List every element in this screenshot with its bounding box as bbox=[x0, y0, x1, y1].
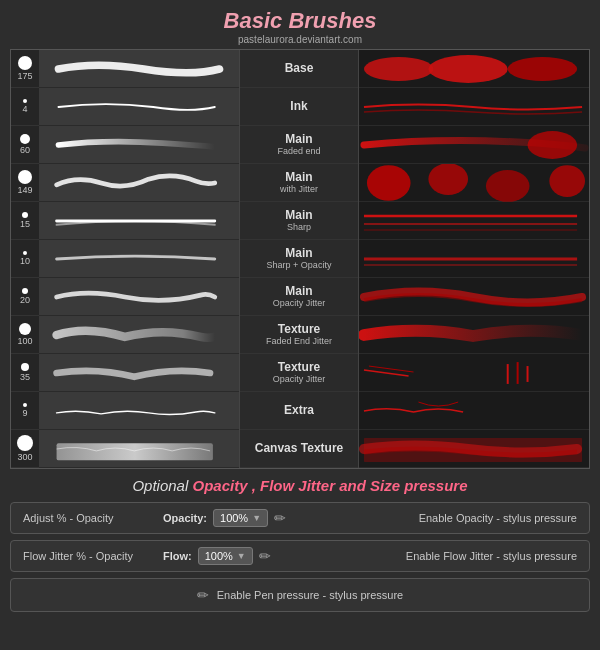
brush-preview-cell[interactable] bbox=[39, 278, 239, 316]
brush-label-cell[interactable]: Base bbox=[240, 50, 358, 88]
control-row-label: Flow Jitter % - Opacity bbox=[23, 550, 153, 562]
brush-example-cell bbox=[359, 430, 589, 468]
page: Basic Brushes pastelaurora.deviantart.co… bbox=[0, 0, 600, 650]
brush-example-cell bbox=[359, 392, 589, 430]
size-cell: 4 bbox=[11, 88, 39, 126]
svg-point-1 bbox=[364, 57, 433, 81]
brush-label-cell[interactable]: Mainwith Jitter bbox=[240, 164, 358, 202]
brush-example-cell bbox=[359, 240, 589, 278]
brush-example-cell bbox=[359, 316, 589, 354]
brush-table: 175 4 60 149 15 10 20 100 35 9 bbox=[10, 49, 590, 469]
size-cell: 149 bbox=[11, 164, 39, 202]
example-column bbox=[359, 50, 589, 468]
brush-label-cell[interactable]: MainFaded end bbox=[240, 126, 358, 164]
page-title: Basic Brushes bbox=[224, 8, 377, 34]
brush-preview-cell[interactable] bbox=[39, 392, 239, 430]
label-column: BaseInkMainFaded endMainwith JitterMainS… bbox=[239, 50, 359, 468]
preview-column bbox=[39, 50, 239, 468]
brush-preview-cell[interactable] bbox=[39, 50, 239, 88]
brush-example-cell bbox=[359, 164, 589, 202]
svg-point-7 bbox=[486, 170, 530, 202]
brush-example-cell bbox=[359, 50, 589, 88]
control-right-label: Enable Opacity - stylus pressure bbox=[419, 512, 577, 524]
brush-label-cell[interactable]: Canvas Texture bbox=[240, 430, 358, 468]
brush-example-cell bbox=[359, 126, 589, 164]
pen-row: ✏ Enable Pen pressure - stylus pressure bbox=[10, 578, 590, 612]
size-cell: 100 bbox=[11, 316, 39, 354]
pen-pressure-icon[interactable]: ✏ bbox=[197, 587, 209, 603]
control-row: Flow Jitter % - Opacity Flow: 100% ▼ ✏ E… bbox=[10, 540, 590, 572]
svg-point-2 bbox=[428, 55, 507, 83]
size-cell: 15 bbox=[11, 202, 39, 240]
control-inner: Opacity: 100% ▼ ✏ bbox=[163, 509, 409, 527]
brush-example-cell bbox=[359, 278, 589, 316]
input-box[interactable]: 100% ▼ bbox=[198, 547, 253, 565]
input-value: 100% bbox=[205, 550, 233, 562]
brush-example-cell bbox=[359, 88, 589, 126]
brush-preview-cell[interactable] bbox=[39, 164, 239, 202]
dropdown-arrow-icon[interactable]: ▼ bbox=[237, 551, 246, 561]
brush-preview-cell[interactable] bbox=[39, 88, 239, 126]
pen-icon[interactable]: ✏ bbox=[274, 510, 286, 526]
size-cell: 20 bbox=[11, 278, 39, 316]
pen-row-label: Enable Pen pressure - stylus pressure bbox=[217, 589, 403, 601]
size-column: 175 4 60 149 15 10 20 100 35 9 bbox=[11, 50, 39, 468]
svg-point-5 bbox=[367, 165, 411, 201]
brush-preview-cell[interactable] bbox=[39, 126, 239, 164]
control-row-label: Adjust % - Opacity bbox=[23, 512, 153, 524]
optional-label: Optional bbox=[132, 477, 192, 494]
optional-title: Optional Opacity , Flow Jitter and Size … bbox=[10, 477, 590, 494]
control-right-label: Enable Flow Jitter - stylus pressure bbox=[406, 550, 577, 562]
page-subtitle: pastelaurora.deviantart.com bbox=[224, 34, 377, 45]
size-cell: 10 bbox=[11, 240, 39, 278]
svg-point-6 bbox=[428, 164, 468, 195]
brush-label-cell[interactable]: Ink bbox=[240, 88, 358, 126]
brush-example-cell bbox=[359, 354, 589, 392]
input-value: 100% bbox=[220, 512, 248, 524]
svg-point-4 bbox=[528, 131, 578, 159]
optional-highlight: Opacity , Flow Jitter and Size pressure bbox=[192, 477, 467, 494]
pen-icon[interactable]: ✏ bbox=[259, 548, 271, 564]
input-label: Opacity: bbox=[163, 512, 207, 524]
control-inner: Flow: 100% ▼ ✏ bbox=[163, 547, 396, 565]
input-box[interactable]: 100% ▼ bbox=[213, 509, 268, 527]
size-cell: 9 bbox=[11, 392, 39, 430]
input-label: Flow: bbox=[163, 550, 192, 562]
brush-label-cell[interactable]: TextureFaded End Jitter bbox=[240, 316, 358, 354]
controls-section: Optional Opacity , Flow Jitter and Size … bbox=[10, 477, 590, 612]
control-row: Adjust % - Opacity Opacity: 100% ▼ ✏ Ena… bbox=[10, 502, 590, 534]
size-cell: 60 bbox=[11, 126, 39, 164]
brush-label-cell[interactable]: MainSharp + Opacity bbox=[240, 240, 358, 278]
brush-label-cell[interactable]: Extra bbox=[240, 392, 358, 430]
brush-preview-cell[interactable] bbox=[39, 354, 239, 392]
svg-point-3 bbox=[508, 57, 577, 81]
size-cell: 35 bbox=[11, 354, 39, 392]
brush-preview-cell[interactable] bbox=[39, 202, 239, 240]
brush-preview-cell[interactable] bbox=[39, 240, 239, 278]
size-cell: 175 bbox=[11, 50, 39, 88]
brush-preview-cell[interactable] bbox=[39, 316, 239, 354]
brush-preview-cell[interactable] bbox=[39, 430, 239, 468]
brush-label-cell[interactable]: TextureOpacity Jitter bbox=[240, 354, 358, 392]
header: Basic Brushes pastelaurora.deviantart.co… bbox=[224, 0, 377, 49]
size-cell: 300 bbox=[11, 430, 39, 468]
svg-point-8 bbox=[549, 165, 585, 197]
dropdown-arrow-icon[interactable]: ▼ bbox=[252, 513, 261, 523]
svg-rect-0 bbox=[57, 443, 213, 460]
brush-label-cell[interactable]: MainOpacity Jitter bbox=[240, 278, 358, 316]
brush-example-cell bbox=[359, 202, 589, 240]
brush-label-cell[interactable]: MainSharp bbox=[240, 202, 358, 240]
